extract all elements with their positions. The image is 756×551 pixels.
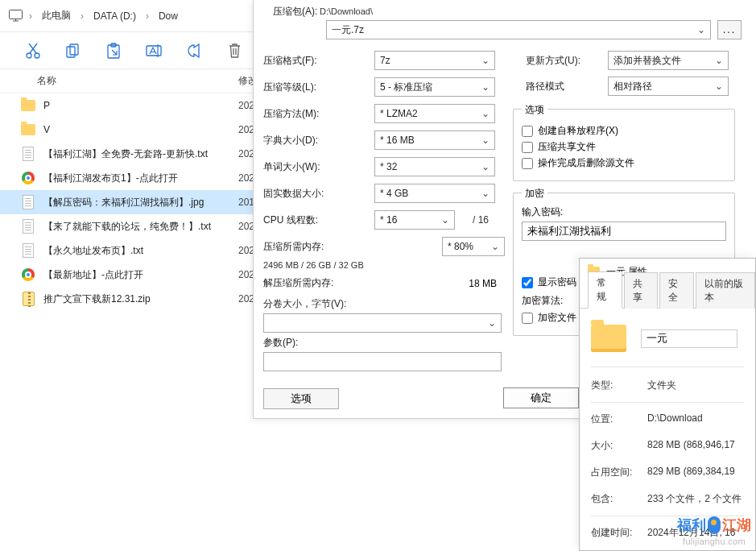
location-val: D:\Download [647, 412, 744, 426]
split-label: 分卷大小，字节(V): [254, 297, 346, 311]
chevron-down-icon: ⌄ [715, 81, 723, 92]
chevron-right-icon: › [23, 10, 39, 22]
type-key: 类型: [591, 379, 647, 392]
tab-share[interactable]: 共享 [624, 272, 659, 309]
svg-rect-8 [70, 44, 78, 55]
zip-icon [21, 292, 35, 306]
breadcrumb-item[interactable]: Dow [155, 9, 181, 23]
update-combo[interactable]: 添加并替换文件⌄ [608, 51, 729, 70]
file-name: 【最新地址】-点此打开 [43, 268, 143, 282]
column-name[interactable]: 名称 [0, 74, 56, 88]
disk-key: 占用空间: [591, 466, 647, 479]
size-val: 828 MB (868,946,17 [647, 439, 744, 453]
tab-general[interactable]: 常规 [588, 271, 622, 309]
file-name: 推广文宣下载新12.31.zip [43, 292, 151, 306]
chevron-right-icon: › [74, 10, 90, 22]
solid-combo[interactable]: * 4 GB⌄ [374, 184, 495, 203]
dict-label: 字典大小(D): [254, 134, 374, 147]
params-input[interactable] [263, 352, 502, 371]
split-combo[interactable]: ⌄ [263, 313, 502, 333]
mem-percent-combo[interactable]: * 80%⌄ [442, 237, 505, 256]
folder-icon [21, 98, 35, 113]
type-val: 文件夹 [647, 379, 744, 392]
chevron-down-icon: ⌄ [481, 135, 490, 146]
folder-icon [591, 325, 626, 352]
delete-after-checkbox[interactable]: 操作完成后删除源文件 [522, 156, 726, 170]
archive-label: 压缩包(A): [263, 5, 320, 19]
disk-val: 829 MB (869,384,19 [647, 466, 744, 479]
encrypt-legend: 加密 [522, 187, 547, 201]
text-file-icon [21, 195, 35, 209]
method-combo[interactable]: * LZMA2⌄ [374, 104, 495, 123]
browser-icon [21, 171, 35, 185]
chevron-down-icon: ⌄ [491, 241, 499, 252]
contains-key: 包含: [591, 492, 647, 506]
copy-icon[interactable] [64, 42, 82, 60]
monitor-icon [8, 9, 23, 23]
ok-button[interactable]: 确定 [503, 387, 579, 408]
archive-name-value: 一元.7z [332, 23, 364, 37]
word-combo[interactable]: * 32⌄ [374, 157, 495, 176]
shared-checkbox[interactable]: 压缩共享文件 [522, 140, 726, 154]
browser-icon [21, 267, 35, 282]
breadcrumb-item[interactable]: DATA (D:) [90, 9, 139, 23]
options-fieldset: 选项 创建自释放程序(X) 压缩共享文件 操作完成后删除源文件 [513, 109, 735, 181]
text-file-icon [21, 219, 35, 234]
threads-combo[interactable]: * 16⌄ [374, 210, 455, 230]
archive-name-combo[interactable]: 一元.7z ⌄ [326, 20, 711, 39]
text-file-icon [21, 243, 35, 258]
dict-combo[interactable]: * 16 MB⌄ [374, 130, 495, 150]
mem-decompress-label: 解压缩所需内存: [254, 276, 415, 290]
breadcrumb-item[interactable]: 此电脑 [39, 7, 74, 24]
svg-rect-0 [9, 10, 22, 19]
svg-rect-7 [67, 47, 75, 57]
mem-decompress-value: 18 MB [415, 278, 503, 289]
level-combo[interactable]: 5 - 标准压缩⌄ [374, 77, 495, 97]
level-label: 压缩等级(L): [254, 81, 374, 94]
properties-window: 一元 属性 常规 共享 安全 以前的版本 类型:文件夹 位置:D:\Downlo… [579, 258, 756, 551]
paste-icon[interactable] [105, 42, 122, 60]
chevron-down-icon: ⌄ [441, 214, 449, 226]
svg-point-4 [35, 53, 39, 58]
svg-line-5 [30, 44, 37, 53]
folder-name-input[interactable] [641, 329, 737, 348]
location-key: 位置: [591, 412, 647, 426]
created-val: 2024年12月14日, 16 [647, 526, 744, 540]
file-name: 【来了就能下载的论坛，纯免费！】.txt [43, 220, 211, 234]
cut-icon[interactable] [24, 42, 42, 60]
password-input[interactable] [522, 222, 726, 241]
solid-label: 固实数据大小: [254, 187, 374, 201]
contains-val: 233 个文件，2 个文件 [647, 492, 744, 506]
size-key: 大小: [591, 439, 647, 453]
browse-button[interactable]: ... [717, 20, 742, 39]
chevron-down-icon: ⌄ [481, 55, 490, 66]
chevron-right-icon: › [139, 10, 155, 22]
tab-previous[interactable]: 以前的版本 [696, 272, 755, 309]
mem-compress-label: 压缩所需内存: [254, 240, 384, 254]
folder-icon [21, 122, 35, 137]
chevron-down-icon: ⌄ [481, 81, 490, 93]
mem-compress-info: 2496 MB / 26 GB / 32 GB [254, 260, 511, 270]
file-name: P [43, 100, 50, 111]
chevron-down-icon: ⌄ [481, 108, 490, 119]
sfx-checkbox[interactable]: 创建自释放程序(X) [522, 124, 726, 138]
rename-icon[interactable] [145, 42, 163, 60]
chevron-down-icon: ⌄ [481, 161, 490, 172]
svg-point-3 [27, 53, 31, 58]
archive-path-prefix: D:\Download\ [320, 6, 373, 16]
update-label: 更新方式(U): [511, 54, 608, 68]
created-key: 创建时间: [591, 526, 647, 540]
chevron-down-icon: ⌄ [481, 188, 490, 199]
password-label: 输入密码: [522, 205, 726, 219]
text-file-icon [21, 147, 35, 161]
file-name: V [43, 124, 50, 135]
tab-security[interactable]: 安全 [659, 272, 694, 309]
chevron-down-icon: ⌄ [715, 55, 723, 66]
share-icon[interactable] [185, 42, 203, 60]
format-combo[interactable]: 7z⌄ [374, 51, 495, 70]
pathmode-combo[interactable]: 相对路径⌄ [608, 77, 729, 96]
format-label: 压缩格式(F): [254, 54, 374, 68]
delete-icon[interactable] [225, 42, 243, 60]
file-name: 【永久地址发布页】.txt [43, 244, 143, 258]
options-button[interactable]: 选项 [263, 388, 339, 409]
